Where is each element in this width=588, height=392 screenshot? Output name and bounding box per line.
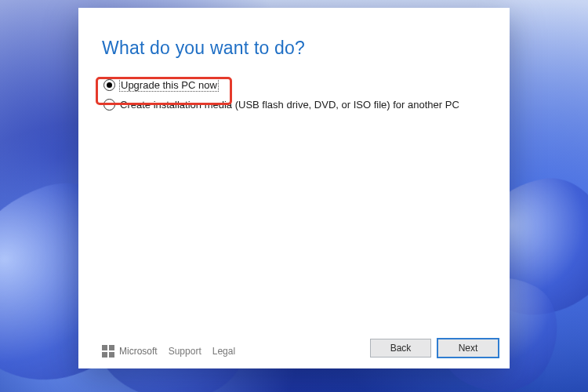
footer-buttons: Back Next [370, 339, 499, 358]
radio-upgrade-now[interactable] [103, 79, 115, 91]
microsoft-logo-icon [102, 345, 114, 358]
setup-dialog: What do you want to do? Upgrade this PC … [78, 8, 510, 368]
brand-label: Microsoft [119, 346, 158, 357]
dialog-content: What do you want to do? Upgrade this PC … [78, 8, 510, 325]
support-link[interactable]: Support [169, 346, 201, 357]
dialog-footer: Microsoft Support Legal Back Next [78, 325, 510, 368]
page-title: What do you want to do? [102, 38, 486, 59]
radio-label: Upgrade this PC now [120, 79, 218, 91]
option-create-media[interactable]: Create installation media (USB flash dri… [103, 99, 486, 111]
microsoft-logo: Microsoft [102, 345, 158, 358]
legal-link[interactable]: Legal [212, 346, 235, 357]
option-upgrade-now[interactable]: Upgrade this PC now [103, 79, 486, 91]
radio-create-media[interactable] [103, 99, 115, 111]
option-group: Upgrade this PC now Create installation … [103, 79, 486, 111]
next-button[interactable]: Next [437, 339, 499, 358]
back-button[interactable]: Back [370, 339, 431, 358]
radio-label: Create installation media (USB flash dri… [120, 99, 459, 111]
footer-left: Microsoft Support Legal [89, 345, 370, 358]
